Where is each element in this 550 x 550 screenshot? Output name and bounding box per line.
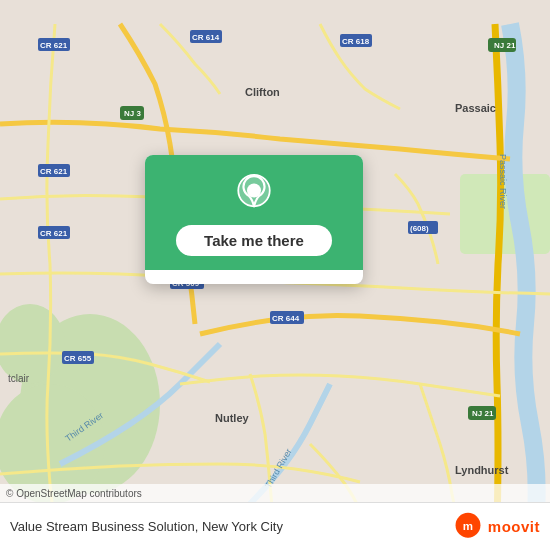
svg-text:CR 621: CR 621 xyxy=(40,167,68,176)
svg-text:CR 618: CR 618 xyxy=(342,37,370,46)
svg-text:tclair: tclair xyxy=(8,373,30,384)
svg-text:CR 621: CR 621 xyxy=(40,229,68,238)
svg-text:NJ 3: NJ 3 xyxy=(124,109,141,118)
svg-text:Passaic River: Passaic River xyxy=(498,154,508,209)
svg-text:CR 621: CR 621 xyxy=(40,41,68,50)
svg-text:CR 655: CR 655 xyxy=(64,354,92,363)
moovit-text: moovit xyxy=(488,518,540,535)
map-container: NJ 21 NJ 3 CR 621 CR 614 CR 618 CR 509 C… xyxy=(0,0,550,550)
svg-text:m: m xyxy=(463,519,473,531)
svg-text:CR 614: CR 614 xyxy=(192,33,220,42)
svg-text:Lyndhurst: Lyndhurst xyxy=(455,464,509,476)
bottom-bar: Value Stream Business Solution, New York… xyxy=(0,502,550,550)
attribution-bar: © OpenStreetMap contributors xyxy=(0,484,550,502)
svg-text:Nutley: Nutley xyxy=(215,412,250,424)
popup-tail xyxy=(242,270,266,284)
svg-text:CR 644: CR 644 xyxy=(272,314,300,323)
take-me-there-button[interactable]: Take me there xyxy=(176,225,332,256)
popup-green-area: Take me there xyxy=(145,155,363,270)
svg-text:NJ 21: NJ 21 xyxy=(472,409,494,418)
svg-text:NJ 21: NJ 21 xyxy=(494,41,516,50)
moovit-logo-icon: m xyxy=(452,511,484,543)
svg-text:Passaic: Passaic xyxy=(455,102,496,114)
location-label: Value Stream Business Solution, New York… xyxy=(10,519,283,534)
moovit-logo: m moovit xyxy=(452,511,540,543)
svg-text:(608): (608) xyxy=(410,224,429,233)
attribution-text: © OpenStreetMap contributors xyxy=(6,488,142,499)
svg-text:Clifton: Clifton xyxy=(245,86,280,98)
location-pin-icon xyxy=(233,173,275,215)
popup-card: Take me there xyxy=(145,155,363,284)
